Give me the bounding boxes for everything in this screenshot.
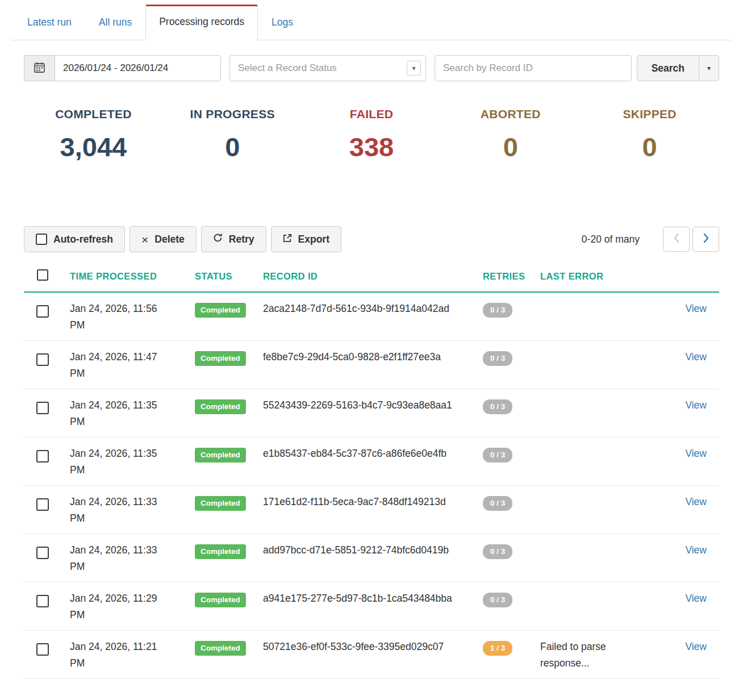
table-body: Jan 24, 2026, 11:56 PM Completed 2aca214…: [24, 293, 719, 679]
record-id-cell: add97bcc-d71e-5851-9212-74bfc6d0419b: [263, 542, 483, 559]
time-processed-cell: Jan 24, 2026, 11:56 PM: [70, 301, 195, 334]
retry-button[interactable]: Retry: [201, 226, 266, 252]
processing-records-page: Latest run All runs Processing records L…: [0, 0, 743, 700]
delete-button[interactable]: × Delete: [130, 226, 197, 252]
table-row: Jan 24, 2026, 11:21 PM Completed 50721e3…: [24, 631, 719, 679]
next-page-button[interactable]: [692, 227, 719, 252]
stat-label: ABORTED: [441, 107, 580, 121]
stat-label: SKIPPED: [580, 107, 719, 121]
stat: FAILED 338: [302, 107, 441, 163]
stat-value: 338: [302, 131, 441, 163]
retries-badge: 0 / 3: [483, 593, 512, 607]
record-id-cell: 55243439-2269-5163-b4c7-9c93ea8e8aa1: [263, 397, 483, 414]
view-link[interactable]: View: [685, 544, 707, 556]
calendar-icon: [34, 62, 45, 75]
chevron-right-icon: [703, 233, 709, 245]
export-button[interactable]: Export: [271, 226, 341, 252]
row-checkbox[interactable]: [36, 643, 49, 656]
auto-refresh-checkbox[interactable]: [36, 234, 47, 245]
filter-bar: Select a Record Status ▾ Search ▾: [24, 55, 719, 81]
tab-logs[interactable]: Logs: [258, 5, 307, 40]
stat-label: COMPLETED: [24, 107, 163, 121]
row-checkbox[interactable]: [36, 353, 49, 366]
table-row: Jan 24, 2026, 11:56 PM Completed 2aca214…: [24, 293, 719, 341]
stat: IN PROGRESS 0: [163, 107, 302, 163]
tab-all-runs[interactable]: All runs: [85, 5, 145, 40]
column-header-time-processed: TIME PROCESSED: [70, 271, 195, 282]
time-processed-cell: Jan 24, 2026, 11:35 PM: [70, 397, 195, 430]
tab-latest-run[interactable]: Latest run: [14, 5, 85, 40]
chevron-down-icon: ▾: [707, 64, 711, 72]
column-header-status: STATUS: [195, 271, 263, 282]
table-row: Jan 24, 2026, 11:35 PM Completed 5524343…: [24, 389, 719, 438]
retries-badge: 0 / 3: [483, 351, 512, 366]
status-badge: Completed: [195, 448, 246, 463]
row-checkbox[interactable]: [36, 450, 49, 463]
auto-refresh-button[interactable]: Auto-refresh: [24, 226, 125, 252]
record-id-cell: 2aca2148-7d7d-561c-934b-9f1914a042ad: [263, 301, 483, 317]
tab-panel: Select a Record Status ▾ Search ▾ COMPLE…: [11, 40, 732, 679]
row-checkbox[interactable]: [36, 547, 49, 559]
stat-value: 3,044: [24, 131, 163, 163]
table-toolbar: Auto-refresh × Delete Retry: [24, 226, 719, 252]
search-options-button[interactable]: ▾: [699, 55, 719, 81]
refresh-icon: [213, 233, 223, 245]
export-label: Export: [298, 234, 329, 245]
time-processed-cell: Jan 24, 2026, 11:33 PM: [70, 542, 195, 575]
chevron-left-icon: [673, 233, 680, 245]
record-id-cell: 171e61d2-f11b-5eca-9ac7-848df149213d: [263, 494, 483, 510]
export-icon: [283, 234, 292, 245]
stat: COMPLETED 3,044: [24, 107, 163, 163]
view-link[interactable]: View: [685, 303, 707, 314]
records-table: TIME PROCESSED STATUS RECORD ID RETRIES …: [24, 269, 719, 679]
retries-badge: 0 / 3: [483, 399, 512, 414]
view-link[interactable]: View: [685, 448, 707, 459]
pagination-range-text: 0-20 of many: [582, 234, 640, 245]
record-id-search-input[interactable]: [435, 55, 632, 81]
status-badge: Completed: [195, 641, 246, 656]
retries-badge: 0 / 3: [483, 303, 512, 318]
record-id-cell: e1b85437-eb84-5c37-87c6-a86fe6e0e4fb: [263, 445, 483, 462]
row-checkbox[interactable]: [36, 498, 49, 511]
retries-badge: 0 / 3: [483, 544, 512, 559]
record-status-select[interactable]: Select a Record Status ▾: [229, 55, 426, 81]
status-summary: COMPLETED 3,044 IN PROGRESS 0 FAILED 338…: [24, 107, 719, 163]
status-badge: Completed: [195, 496, 246, 511]
row-checkbox[interactable]: [36, 305, 49, 318]
view-link[interactable]: View: [685, 593, 707, 604]
previous-page-button[interactable]: [663, 227, 690, 252]
column-header-record-id: RECORD ID: [263, 271, 483, 282]
view-link[interactable]: View: [685, 496, 707, 507]
retries-badge: 0 / 3: [483, 496, 512, 511]
view-link[interactable]: View: [685, 399, 707, 411]
view-link[interactable]: View: [685, 351, 707, 363]
tab-processing-records[interactable]: Processing records: [145, 5, 258, 40]
time-processed-cell: Jan 24, 2026, 11:33 PM: [70, 494, 195, 527]
status-badge: Completed: [195, 303, 246, 318]
row-checkbox[interactable]: [36, 595, 49, 607]
search-button[interactable]: Search: [637, 55, 699, 81]
status-badge: Completed: [195, 351, 246, 366]
time-processed-cell: Jan 24, 2026, 11:47 PM: [70, 349, 195, 382]
tab-bar: Latest run All runs Processing records L…: [11, 5, 732, 40]
delete-label: Delete: [155, 234, 185, 245]
time-processed-cell: Jan 24, 2026, 11:29 PM: [70, 590, 195, 623]
record-status-placeholder: Select a Record Status: [238, 63, 337, 74]
chevron-down-icon: ▾: [407, 61, 421, 76]
table-header-row: TIME PROCESSED STATUS RECORD ID RETRIES …: [24, 269, 719, 293]
auto-refresh-label: Auto-refresh: [53, 234, 113, 245]
pagination: 0-20 of many: [582, 227, 719, 252]
date-range-input[interactable]: [55, 55, 221, 81]
stat-value: 0: [163, 131, 302, 163]
select-all-checkbox[interactable]: [37, 269, 48, 281]
status-badge: Completed: [195, 593, 246, 607]
table-row: Jan 24, 2026, 11:47 PM Completed fe8be7c…: [24, 341, 719, 389]
record-id-cell: a941e175-277e-5d97-8c1b-1ca543484bba: [263, 590, 483, 607]
row-checkbox[interactable]: [36, 402, 49, 414]
view-link[interactable]: View: [685, 641, 707, 652]
retry-label: Retry: [229, 234, 254, 245]
stat-value: 0: [580, 131, 719, 163]
stat: ABORTED 0: [441, 107, 580, 163]
calendar-button[interactable]: [24, 55, 55, 81]
table-row: Jan 24, 2026, 11:33 PM Completed 171e61d…: [24, 486, 719, 534]
